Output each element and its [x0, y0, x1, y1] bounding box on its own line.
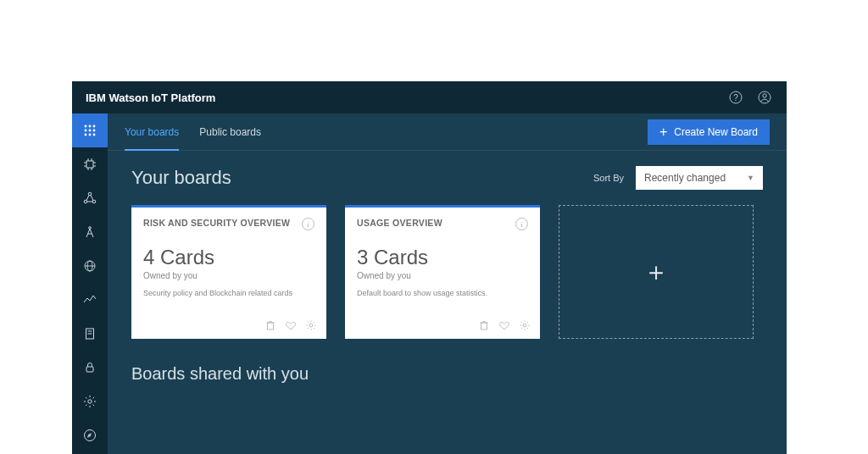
info-icon[interactable]: i — [515, 218, 528, 230]
sidebar-item-explore[interactable] — [72, 418, 108, 452]
gear-icon[interactable] — [304, 318, 318, 332]
board-card[interactable]: RISK AND SECURITY OVERVIEW i 4 Cards Own… — [131, 205, 326, 339]
board-card[interactable]: USAGE OVERVIEW i 3 Cards Owned by you De… — [345, 205, 540, 339]
boards-grid: RISK AND SECURITY OVERVIEW i 4 Cards Own… — [131, 205, 763, 339]
svg-point-9 — [93, 130, 96, 132]
svg-point-4 — [85, 125, 87, 128]
sidebar-item-chip[interactable] — [72, 147, 108, 181]
board-title: RISK AND SECURITY OVERVIEW — [143, 218, 302, 230]
gear-icon[interactable] — [518, 318, 531, 332]
create-board-button[interactable]: + Create New Board — [648, 119, 770, 145]
app-window: IBM Watson IoT Platform ? — [72, 81, 787, 454]
content: Your boards Sort By Recently changed ▼ R… — [108, 151, 787, 399]
svg-point-22 — [88, 192, 92, 196]
sidebar-item-compass[interactable] — [72, 215, 108, 249]
tab-your-boards[interactable]: Your boards — [125, 114, 179, 151]
tab-public-boards[interactable]: Public boards — [199, 114, 261, 151]
sortby-label: Sort By — [593, 173, 624, 183]
svg-line-25 — [86, 196, 89, 201]
board-description: Default board to show usage statistics. — [357, 289, 528, 297]
heading-row: Your boards Sort By Recently changed ▼ — [131, 166, 763, 190]
svg-rect-38 — [86, 367, 93, 372]
shared-section-heading: Boards shared with you — [131, 364, 763, 384]
svg-point-23 — [84, 200, 87, 203]
chevron-down-icon: ▼ — [747, 174, 754, 182]
svg-line-30 — [90, 229, 93, 237]
svg-point-24 — [92, 200, 96, 203]
svg-point-12 — [93, 134, 96, 136]
svg-point-49 — [523, 324, 526, 327]
sidebar-item-analytics[interactable] — [72, 283, 108, 317]
info-icon[interactable]: i — [302, 218, 314, 230]
app-title: IBM Watson IoT Platform — [86, 91, 715, 104]
svg-point-10 — [85, 134, 87, 136]
sortby-selected: Recently changed — [644, 172, 726, 184]
section-heading: Your boards — [131, 167, 593, 189]
sidebar-item-apps[interactable] — [72, 114, 108, 147]
sidebar-item-globe[interactable] — [72, 249, 108, 283]
help-icon[interactable]: ? — [727, 89, 744, 106]
favorite-icon[interactable] — [284, 318, 298, 332]
svg-point-6 — [93, 125, 96, 128]
svg-point-39 — [88, 400, 92, 403]
svg-point-7 — [85, 130, 87, 132]
user-icon[interactable] — [756, 89, 773, 106]
svg-point-28 — [89, 227, 92, 230]
svg-point-11 — [89, 134, 92, 136]
svg-point-3 — [763, 94, 766, 97]
board-title: USAGE OVERVIEW — [357, 218, 515, 230]
svg-marker-41 — [87, 433, 92, 438]
svg-rect-42 — [268, 323, 274, 329]
svg-rect-46 — [481, 323, 487, 329]
delete-icon[interactable] — [477, 318, 491, 332]
svg-point-5 — [89, 125, 92, 128]
svg-rect-13 — [86, 161, 93, 168]
plus-icon: + — [659, 125, 667, 139]
main: Your boards Public boards + Create New B… — [108, 114, 787, 454]
svg-point-45 — [309, 324, 313, 327]
sidebar-item-lock[interactable] — [72, 351, 108, 385]
sidebar-item-network[interactable] — [72, 181, 108, 215]
sortby-select[interactable]: Recently changed ▼ — [636, 166, 763, 190]
topbar: IBM Watson IoT Platform ? — [72, 81, 787, 114]
svg-point-8 — [89, 130, 92, 132]
tabs-row: Your boards Public boards + Create New B… — [108, 114, 787, 151]
sidebar-item-document[interactable] — [72, 317, 108, 351]
plus-icon: ＋ — [643, 255, 669, 290]
board-description: Security policy and Blockchain related c… — [143, 289, 314, 297]
sidebar — [72, 114, 108, 454]
board-card-count: 3 Cards — [357, 246, 528, 269]
create-board-label: Create New Board — [674, 126, 758, 138]
sidebar-item-settings[interactable] — [72, 385, 108, 418]
svg-line-26 — [91, 196, 93, 201]
board-owner: Owned by you — [143, 271, 314, 280]
add-board-placeholder[interactable]: ＋ — [559, 205, 754, 339]
board-owner: Owned by you — [357, 271, 528, 280]
svg-text:?: ? — [733, 93, 738, 102]
favorite-icon[interactable] — [498, 318, 511, 332]
delete-icon[interactable] — [264, 318, 277, 332]
board-card-count: 4 Cards — [143, 246, 314, 269]
svg-line-29 — [86, 229, 90, 237]
